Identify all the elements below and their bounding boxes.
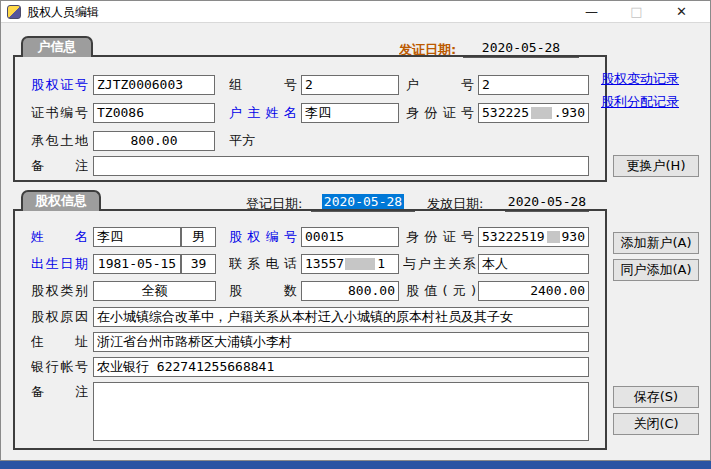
group-no-label: 组 号: [229, 75, 297, 95]
dialog-window: 股权人员编辑 — □ ✕ 户信息 发证日期: 2020-05-28 股权证号 Z…: [0, 0, 711, 461]
phone-suffix: 1: [377, 255, 385, 273]
shares-field[interactable]: 800.00: [301, 281, 399, 301]
relation-label: 与户主关系: [403, 254, 476, 274]
redaction-block: [531, 107, 552, 119]
equity-type-label: 股权类别: [31, 281, 88, 301]
taskbar-strip: [0, 461, 711, 469]
share-value-label: 股值(元): [406, 281, 476, 301]
head-name-label: 户主姓名: [229, 103, 297, 123]
member-name-label: 姓 名: [31, 227, 88, 247]
cert-book-no-field[interactable]: TZ0086: [93, 103, 215, 123]
equity-cert-no-label: 股权证号: [31, 75, 88, 95]
add-new-household-button[interactable]: 添加新户(A): [613, 232, 699, 254]
phone-label: 联系电话: [229, 254, 297, 274]
maximize-button[interactable]: □: [614, 1, 659, 22]
dividend-record-link[interactable]: 股利分配记录: [601, 94, 679, 110]
birth-date-field[interactable]: 1981-05-15: [93, 254, 181, 274]
reason-label: 股权原因: [31, 307, 88, 327]
head-name-field[interactable]: 李四: [301, 103, 399, 123]
equity-remark-field[interactable]: [93, 382, 589, 441]
cert-book-no-label: 证书编号: [31, 103, 88, 123]
group-no-field[interactable]: 2: [301, 75, 399, 95]
relation-field[interactable]: 本人: [478, 254, 589, 274]
tab-equity-info: 股权信息: [21, 190, 101, 211]
head-id-suffix: .930: [554, 104, 585, 122]
head-id-prefix: 532225: [482, 104, 529, 122]
member-id-field[interactable]: 53222519 930: [478, 227, 589, 247]
address-label: 住 址: [31, 332, 88, 352]
close-dialog-button[interactable]: 关闭(C): [613, 413, 699, 435]
gender-field[interactable]: 男: [181, 227, 216, 247]
bank-account-label: 银行帐号: [31, 357, 88, 377]
equity-no-label: 股权编号: [229, 227, 297, 247]
share-value-field[interactable]: 2400.00: [478, 281, 589, 301]
shares-label: 股 数: [229, 281, 297, 301]
land-label: 承包土地: [31, 131, 88, 151]
equity-remark-label: 备 注: [31, 382, 88, 402]
bank-account-field[interactable]: 农业银行 622741255668841: [93, 357, 589, 377]
birth-date-label: 出生日期: [31, 254, 88, 274]
register-date-value: 2020-05-28: [322, 194, 404, 209]
house-no-label: 户 号: [406, 75, 474, 95]
house-no-field[interactable]: 2: [478, 75, 589, 95]
member-id-label: 身份证号: [406, 227, 474, 247]
screen: 股权人员编辑 — □ ✕ 户信息 发证日期: 2020-05-28 股权证号 Z…: [0, 0, 711, 469]
member-name-field[interactable]: 李四: [93, 227, 181, 247]
phone-prefix: 13557: [305, 255, 344, 273]
minimize-button[interactable]: —: [569, 1, 614, 22]
phone-field[interactable]: 13557 1: [301, 254, 399, 274]
address-field[interactable]: 浙江省台州市路桥区大浦镇小李村: [93, 332, 589, 352]
member-id-suffix: 930: [562, 228, 585, 246]
change-household-button[interactable]: 更换户(H): [613, 155, 699, 177]
redaction-block: [345, 258, 375, 270]
close-button[interactable]: ✕: [659, 1, 704, 22]
member-id-prefix: 53222519: [482, 228, 545, 246]
add-same-household-button[interactable]: 同户添加(A): [613, 259, 699, 281]
reason-field[interactable]: 在小城镇综合改革中，户籍关系从本村迁入小城镇的原本村社员及其子女: [93, 307, 589, 327]
age-field[interactable]: 39: [181, 254, 216, 274]
tab-household-info: 户信息: [21, 36, 93, 57]
title-bar: 股权人员编辑 — □ ✕: [1, 1, 710, 23]
head-id-label: 身份证号: [406, 103, 474, 123]
land-unit-label: 平方: [229, 131, 269, 151]
app-icon: [7, 5, 21, 19]
equity-no-field[interactable]: 00015: [301, 227, 399, 247]
household-remark-label: 备 注: [31, 156, 88, 176]
equity-change-record-link[interactable]: 股权变动记录: [601, 71, 679, 87]
head-id-field[interactable]: 532225 .930: [478, 103, 589, 123]
equity-cert-no-field[interactable]: ZJTZ0006003: [93, 75, 215, 95]
equity-type-field[interactable]: 全额: [93, 281, 216, 301]
window-title: 股权人员编辑: [27, 1, 99, 23]
redaction-block: [547, 231, 560, 243]
save-button[interactable]: 保存(S): [613, 386, 699, 408]
household-remark-field[interactable]: [93, 156, 589, 176]
land-field[interactable]: 800.00: [93, 131, 215, 151]
